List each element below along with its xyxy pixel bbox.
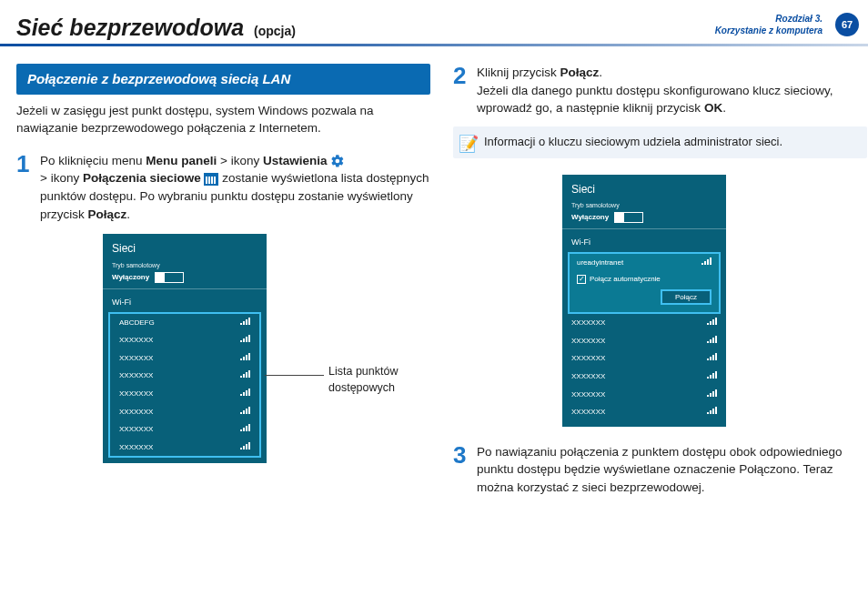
title-option: (opcja) <box>254 24 296 38</box>
ap-name: XXXXXXX <box>571 389 605 400</box>
ok-bold: OK <box>704 101 722 115</box>
ap-name: ABCDEFG <box>119 318 155 328</box>
networks-panel-2: Sieci Tryb samolotowy Wyłączony Wi-Fi ur… <box>562 175 726 427</box>
polacz-bold: Połącz <box>560 66 600 79</box>
polaczenia-sieciowe: Połączenia sieciowe <box>83 171 201 185</box>
signal-icon <box>240 442 250 449</box>
signal-icon <box>707 407 717 414</box>
ap-name: XXXXXXX <box>571 407 605 418</box>
ap-name: XXXXXXX <box>119 370 153 381</box>
callout-line <box>265 375 324 376</box>
signal-icon <box>240 407 250 414</box>
ap-name: XXXXXXX <box>119 407 153 418</box>
autoconnect-row[interactable]: ✓ Połącz automatycznie <box>577 274 712 285</box>
signal-icon <box>240 318 250 325</box>
airplane-mode-label: Tryb samolotowy <box>562 201 726 210</box>
panel-title: Sieci <box>562 175 726 201</box>
signal-icon <box>707 371 717 379</box>
airplane-toggle-row: Wyłączony <box>103 270 267 288</box>
right-column: 2 Kliknij przycisk Połącz. Jeżeli dla da… <box>453 64 867 506</box>
ap-item[interactable]: XXXXXXX <box>110 331 259 349</box>
ap-name: ureadyintranet <box>577 258 623 268</box>
step-2: 2 Kliknij przycisk Połącz. Jeżeli dla da… <box>453 64 867 117</box>
checkbox-icon[interactable]: ✓ <box>577 275 586 284</box>
t: Po kliknięciu menu <box>40 154 146 167</box>
signal-icon <box>701 258 712 265</box>
ap-item[interactable]: XXXXXXX <box>562 332 726 350</box>
networks-panel-1: Sieci Tryb samolotowy Wyłączony Wi-Fi AB… <box>103 234 267 463</box>
ap-item[interactable]: XXXXXXX <box>562 403 726 421</box>
ap-name: XXXXXXX <box>119 389 153 399</box>
ap-name: XXXXXXX <box>119 424 153 435</box>
ap-name: XXXXXXX <box>571 318 605 328</box>
ap-name: XXXXXXX <box>119 335 153 346</box>
signal-icon <box>240 353 250 360</box>
menu-paneli: Menu paneli <box>146 154 217 167</box>
title-main: Sieć bezprzewodowa <box>16 15 244 40</box>
ap-name: XXXXXXX <box>119 353 153 364</box>
step-3: 3 Po nawiązaniu połączenia z punktem dos… <box>453 443 867 497</box>
step-1-body: Po kliknięciu menu Menu paneli > ikony U… <box>40 152 430 223</box>
step-1: 1 Po kliknięciu menu Menu paneli > ikony… <box>16 152 430 223</box>
page-title: Sieć bezprzewodowa (opcja) <box>16 15 296 41</box>
ap-item[interactable]: XXXXXXX <box>562 349 726 368</box>
airplane-mode-label: Tryb samolotowy <box>103 261 267 270</box>
t: Jeżeli dla danego punktu dostępu skonfig… <box>477 84 833 116</box>
step-number-2: 2 <box>453 64 469 87</box>
step-number-3: 3 <box>453 443 469 467</box>
ap-item[interactable]: XXXXXXX <box>562 368 726 386</box>
gear-icon <box>330 154 345 168</box>
ap-item[interactable]: XXXXXXX <box>110 385 259 403</box>
ap-item[interactable]: XXXXXXX <box>110 403 259 421</box>
panel-1-wrap: Sieci Tryb samolotowy Wyłączony Wi-Fi AB… <box>103 234 430 463</box>
ap-item[interactable]: XXXXXXX <box>110 367 259 385</box>
airplane-state: Wyłączony <box>571 212 609 223</box>
intro-paragraph: Jeżeli w zasięgu jest punkt dostępu, sys… <box>16 102 430 137</box>
signal-icon <box>240 370 250 378</box>
step-number-1: 1 <box>16 152 33 176</box>
ap-list: XXXXXXX XXXXXXX XXXXXXX XXXXXXX XXXXXXX … <box>562 314 726 421</box>
ap-name: XXXXXXX <box>119 442 153 453</box>
chapter-label: Rozdział 3. Korzystanie z komputera <box>715 13 823 36</box>
ap-item[interactable]: XXXXXXX <box>562 386 726 404</box>
page-number-badge: 67 <box>835 13 859 36</box>
chapter-line1: Rozdział 3. <box>715 13 823 25</box>
ap-item[interactable]: XXXXXXX <box>110 349 259 368</box>
airplane-toggle-row: Wyłączony <box>562 210 726 228</box>
signal-icon <box>707 353 717 360</box>
t: Kliknij przycisk <box>477 66 560 79</box>
ap-name: XXXXXXX <box>571 371 605 382</box>
wifi-label: Wi-Fi <box>103 288 267 312</box>
polacz-label: Połącz <box>88 207 127 221</box>
connect-button[interactable]: Połącz <box>661 289 712 305</box>
note-icon: 📝 <box>459 132 479 156</box>
t: . <box>722 101 726 115</box>
signal-icon <box>707 318 717 325</box>
airplane-toggle[interactable] <box>155 272 184 283</box>
ap-item[interactable]: XXXXXXX <box>110 439 259 457</box>
panel-title: Sieci <box>103 234 267 260</box>
ap-item[interactable]: XXXXXXX <box>562 314 726 332</box>
autoconnect-label: Połącz automatycznie <box>590 274 661 285</box>
header-divider <box>0 44 868 46</box>
step-3-body: Po nawiązaniu połączenia z punktem dostę… <box>477 443 867 497</box>
signal-icon <box>240 424 250 431</box>
step-2-body: Kliknij przycisk Połącz. Jeżeli dla dane… <box>477 64 867 117</box>
section-heading: Połączenie z bezprzewodową siecią LAN <box>16 64 430 95</box>
t: > ikony <box>217 154 263 167</box>
ustawienia: Ustawienia <box>263 154 328 167</box>
ap-name: XXXXXXX <box>571 336 605 347</box>
wifi-label: Wi-Fi <box>562 228 726 252</box>
t: . <box>599 66 602 79</box>
network-icon <box>204 173 218 186</box>
ap-name: XXXXXXX <box>571 353 605 364</box>
airplane-toggle[interactable] <box>614 212 643 223</box>
t: > ikony <box>40 171 83 185</box>
ap-item[interactable]: XXXXXXX <box>110 420 259 439</box>
info-note: 📝 Informacji o kluczu sieciowym udziela … <box>453 126 867 158</box>
ap-item[interactable]: ABCDEFG <box>110 314 259 332</box>
callout-text: Lista punktów dostępowych <box>328 363 438 396</box>
signal-icon <box>240 335 250 342</box>
t: . <box>126 207 130 221</box>
ap-item-selected[interactable]: ureadyintranet ✓ Połącz automatycznie Po… <box>568 252 721 314</box>
